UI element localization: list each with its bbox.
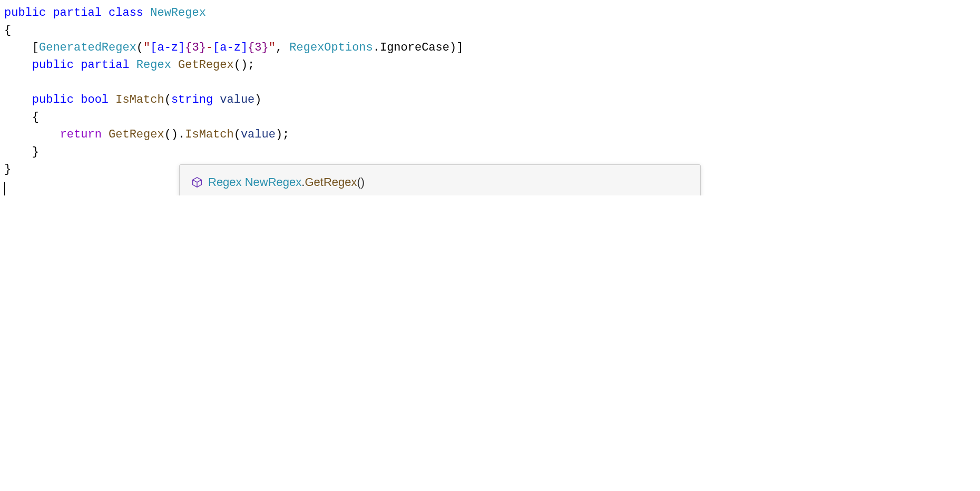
bracket-close: ] bbox=[456, 41, 463, 54]
brace-close: } bbox=[32, 145, 39, 159]
method-call: IsMatch bbox=[185, 128, 233, 141]
indent bbox=[4, 128, 60, 141]
method-name: IsMatch bbox=[115, 93, 164, 106]
method-call: GetRegex bbox=[109, 128, 164, 141]
paren-open: ( bbox=[234, 128, 241, 141]
return-type: Regex bbox=[136, 58, 171, 72]
regex-quantifier: {3} bbox=[248, 41, 269, 54]
code-line-blank[interactable] bbox=[4, 74, 980, 91]
regex-literal: - bbox=[206, 41, 213, 54]
code-line-9[interactable]: } bbox=[4, 143, 980, 161]
enum-type: RegexOptions bbox=[289, 41, 373, 54]
paren-close: ) bbox=[449, 41, 456, 54]
keyword-public: public bbox=[4, 6, 46, 19]
keyword-bool: bool bbox=[81, 93, 109, 106]
dot: . bbox=[178, 128, 185, 141]
code-line-6[interactable]: public bool IsMatch(string value) bbox=[4, 91, 980, 109]
sig-return-type: Regex bbox=[208, 175, 242, 189]
bracket-open: [ bbox=[32, 41, 39, 54]
keyword-partial: partial bbox=[53, 6, 101, 19]
comma: , bbox=[276, 41, 289, 54]
code-line-3[interactable]: [GeneratedRegex("[a-z]{3}-[a-z]{3}", Reg… bbox=[4, 39, 980, 56]
paren-close-semi: ); bbox=[276, 128, 289, 141]
enum-member: IgnoreCase bbox=[380, 41, 449, 54]
keyword-partial: partial bbox=[81, 58, 129, 72]
param-type: string bbox=[171, 93, 213, 106]
tooltip-header: Regex NewRegex.GetRegex() bbox=[191, 173, 689, 191]
class-name: NewRegex bbox=[150, 6, 206, 19]
sig-class: NewRegex bbox=[245, 175, 302, 189]
code-line-8[interactable]: return GetRegex().IsMatch(value); bbox=[4, 126, 980, 143]
paren-close: ) bbox=[254, 93, 261, 106]
indent bbox=[4, 111, 32, 124]
code-line-1[interactable]: public partial class NewRegex bbox=[4, 4, 980, 22]
blank bbox=[4, 76, 11, 89]
string-quote-close: " bbox=[269, 41, 276, 54]
code-line-7[interactable]: { bbox=[4, 109, 980, 126]
text-caret bbox=[4, 182, 5, 195]
indent bbox=[4, 41, 32, 54]
string-quote-open: " bbox=[143, 41, 150, 54]
paren-open: ( bbox=[136, 41, 143, 54]
keyword-public: public bbox=[32, 93, 74, 106]
keyword-public: public bbox=[32, 58, 74, 72]
regex-charclass: [a-z] bbox=[150, 41, 185, 54]
attribute-name: GeneratedRegex bbox=[39, 41, 136, 54]
method-name: GetRegex bbox=[178, 58, 234, 72]
sig-method: GetRegex bbox=[305, 175, 357, 189]
indent bbox=[4, 58, 32, 72]
argument: value bbox=[241, 128, 276, 141]
code-line-2[interactable]: { bbox=[4, 22, 980, 39]
keyword-return: return bbox=[60, 128, 102, 141]
brace-close: } bbox=[4, 163, 11, 176]
tooltip-signature: Regex NewRegex.GetRegex() bbox=[208, 173, 365, 191]
quickinfo-tooltip: Regex NewRegex.GetRegex() Pattern explan… bbox=[179, 164, 701, 195]
parens-semi: (); bbox=[234, 58, 255, 72]
class-cube-icon bbox=[191, 176, 203, 188]
code-line-4[interactable]: public partial Regex GetRegex(); bbox=[4, 56, 980, 74]
indent bbox=[4, 93, 32, 106]
indent bbox=[4, 145, 32, 159]
sig-parens: () bbox=[357, 175, 365, 189]
param-name: value bbox=[220, 93, 254, 106]
brace-open: { bbox=[32, 111, 39, 124]
parens: () bbox=[164, 128, 178, 141]
regex-quantifier: {3} bbox=[185, 41, 206, 54]
brace-open: { bbox=[4, 24, 11, 37]
dot: . bbox=[373, 41, 380, 54]
paren-open: ( bbox=[164, 93, 171, 106]
regex-charclass: [a-z] bbox=[213, 41, 248, 54]
keyword-class: class bbox=[109, 6, 143, 19]
